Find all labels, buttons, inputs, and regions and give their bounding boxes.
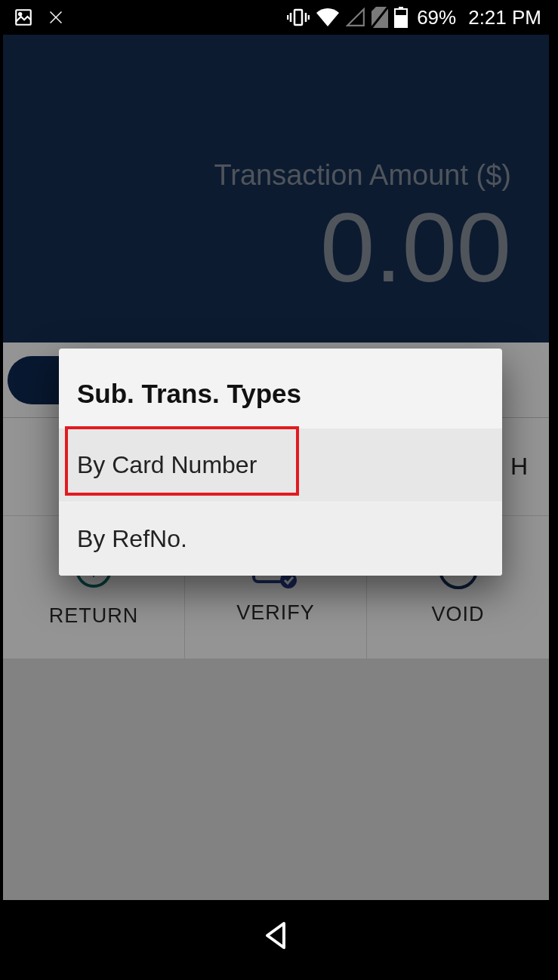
android-nav-bar — [3, 900, 549, 971]
image-icon — [14, 8, 33, 27]
battery-icon — [394, 7, 408, 28]
svg-point-1 — [19, 13, 21, 15]
back-icon[interactable] — [260, 919, 293, 952]
option-by-refno[interactable]: By RefNo. — [59, 502, 502, 576]
no-sim-icon — [371, 7, 388, 28]
status-bar: 69% 2:21 PM — [0, 0, 550, 35]
option-by-card-number[interactable]: By Card Number — [59, 429, 502, 502]
battery-percent: 69% — [417, 6, 456, 29]
sub-trans-types-dialog: Sub. Trans. Types By Card Number By RefN… — [59, 349, 502, 576]
status-left — [14, 8, 65, 27]
wifi-icon — [316, 8, 340, 27]
svg-rect-2 — [294, 10, 302, 25]
x-icon — [47, 8, 65, 26]
device-frame: 69% 2:21 PM Transaction Amount ($) 0.00 … — [0, 0, 558, 980]
dialog-title: Sub. Trans. Types — [59, 349, 502, 429]
signal-empty-icon — [346, 8, 365, 27]
clock-time: 2:21 PM — [468, 6, 541, 29]
vibrate-icon — [287, 7, 310, 28]
status-right: 69% 2:21 PM — [287, 6, 541, 29]
svg-rect-10 — [395, 15, 407, 28]
